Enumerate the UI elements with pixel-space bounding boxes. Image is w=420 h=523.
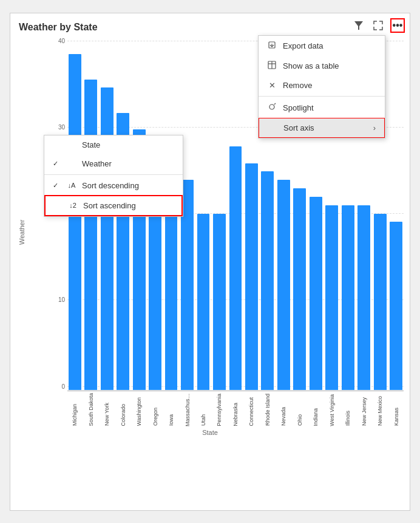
check-weather: ✓ — [53, 160, 61, 168]
bar[interactable] — [277, 180, 290, 389]
x-label-column: Illinois — [340, 391, 355, 426]
x-label-text: Kansas — [393, 408, 399, 426]
export-data-icon — [267, 41, 277, 51]
bar-column[interactable] — [388, 38, 403, 390]
sub-menu-item-sort-desc[interactable]: ✓ ↓A Sort descending — [44, 176, 183, 195]
x-label-text: Washington — [136, 397, 142, 426]
x-label-column: Washington — [132, 391, 146, 426]
bar-column[interactable] — [196, 38, 211, 390]
x-label-text: Indiana — [313, 408, 319, 426]
sort-axis-label: Sort axis — [283, 123, 367, 132]
bar[interactable] — [69, 54, 81, 389]
sub-menu-label-sort-desc: Sort descending — [82, 181, 174, 190]
menu-divider — [259, 96, 385, 97]
bar[interactable] — [374, 214, 387, 390]
x-label-text: Massachuse... — [185, 392, 191, 426]
x-label-column: Michigan — [67, 391, 82, 426]
show-table-icon — [267, 61, 277, 71]
x-label-text: New York — [104, 403, 110, 426]
x-label-column: New Jersey — [356, 391, 371, 426]
svg-point-6 — [269, 104, 274, 109]
bar[interactable] — [84, 80, 97, 390]
x-label-column: Pennsylvania — [212, 391, 226, 426]
x-label-text: Colorado — [120, 404, 126, 426]
bar[interactable] — [325, 205, 338, 390]
bar-column[interactable] — [244, 38, 259, 390]
show-table-label: Show as a table — [283, 61, 376, 70]
bar[interactable] — [197, 214, 210, 390]
sub-menu: State ✓ Weather ✓ ↓A Sort descending ↓2 … — [44, 135, 183, 217]
context-menu-item-export-data[interactable]: Export data — [259, 36, 385, 56]
x-label-text: Rhode Island — [265, 394, 271, 426]
x-label-column: Colorado — [115, 391, 130, 426]
x-label-column: Indiana — [308, 391, 323, 426]
spotlight-label: Spotlight — [283, 103, 376, 112]
bar-column[interactable] — [228, 38, 243, 390]
x-label-column: New York — [100, 391, 114, 426]
x-label-text: South Dakota — [88, 393, 94, 426]
more-options-button[interactable]: ••• — [390, 18, 405, 33]
y-tick-label: 40 — [48, 38, 65, 44]
x-axis-title: State — [16, 429, 404, 436]
context-menu-item-remove[interactable]: ✕ Remove — [259, 76, 385, 95]
x-label-column: Utah — [196, 391, 211, 426]
x-label-column: Kansas — [388, 391, 403, 426]
x-label-column: Ohio — [293, 391, 307, 426]
x-label-text: Connecticut — [248, 397, 254, 426]
y-tick-label: 30 — [48, 124, 65, 131]
bar[interactable] — [261, 171, 274, 389]
x-labels: MichiganSouth DakotaNew YorkColoradoWash… — [67, 391, 404, 426]
x-label-text: Oregon — [152, 408, 158, 426]
bar[interactable] — [357, 205, 370, 390]
expand-icon[interactable] — [371, 18, 385, 33]
x-label-text: Pennsylvania — [216, 394, 222, 426]
sub-menu-item-weather[interactable]: ✓ Weather — [44, 154, 183, 173]
bar[interactable] — [342, 205, 354, 390]
sub-menu-label-weather: Weather — [82, 159, 174, 168]
x-label-text: Ohio — [297, 414, 303, 426]
sort-asc-icon: ↓2 — [67, 202, 78, 209]
bar[interactable] — [213, 214, 226, 390]
x-label-text: West Virginia — [329, 394, 335, 426]
filter-icon[interactable] — [351, 18, 366, 33]
bar[interactable] — [390, 222, 402, 389]
x-label-text: Michigan — [72, 404, 78, 426]
sort-desc-icon: ↓A — [66, 182, 77, 189]
bar[interactable] — [101, 87, 113, 389]
x-label-text: Nevada — [280, 407, 286, 426]
remove-icon: ✕ — [267, 81, 277, 90]
x-label-column: West Virginia — [325, 391, 339, 426]
bar-column[interactable] — [212, 38, 226, 390]
x-label-column: New Mexico — [373, 391, 387, 426]
bar[interactable] — [293, 188, 306, 389]
y-tick-label: 10 — [48, 296, 65, 303]
sub-menu-label-state: State — [82, 140, 174, 149]
sub-menu-label-sort-asc: Sort ascending — [83, 201, 173, 210]
x-label-column: Oregon — [147, 391, 162, 426]
sub-menu-item-state[interactable]: State — [44, 135, 183, 154]
x-label-text: New Mexico — [377, 396, 383, 426]
chart-title: Weather by State — [19, 22, 404, 33]
remove-label: Remove — [283, 81, 376, 90]
svg-marker-0 — [354, 21, 363, 30]
context-menu-item-show-table[interactable]: Show as a table — [259, 56, 385, 76]
bar[interactable] — [245, 163, 258, 390]
x-label-column: Nevada — [276, 391, 291, 426]
y-tick-label: 0 — [48, 383, 65, 390]
x-label-column: Connecticut — [244, 391, 259, 426]
context-menu-item-spotlight[interactable]: Spotlight — [259, 98, 385, 118]
sub-menu-item-sort-asc[interactable]: ↓2 Sort ascending — [44, 195, 183, 216]
x-label-column: South Dakota — [83, 391, 98, 426]
x-label-text: Utah — [200, 414, 206, 426]
x-label-text: Illinois — [345, 411, 351, 426]
context-menu-item-sort-axis[interactable]: Sort axis › — [259, 118, 385, 138]
y-axis-label: Weather — [16, 38, 27, 426]
bar[interactable] — [310, 197, 322, 390]
x-label-column: Nebraska — [228, 391, 243, 426]
x-label-column: Iowa — [164, 391, 178, 426]
spotlight-icon — [267, 103, 277, 113]
export-data-label: Export data — [283, 41, 376, 50]
bar[interactable] — [229, 146, 242, 389]
x-label-text: Iowa — [168, 414, 174, 426]
check-sort-desc: ✓ — [53, 182, 61, 190]
